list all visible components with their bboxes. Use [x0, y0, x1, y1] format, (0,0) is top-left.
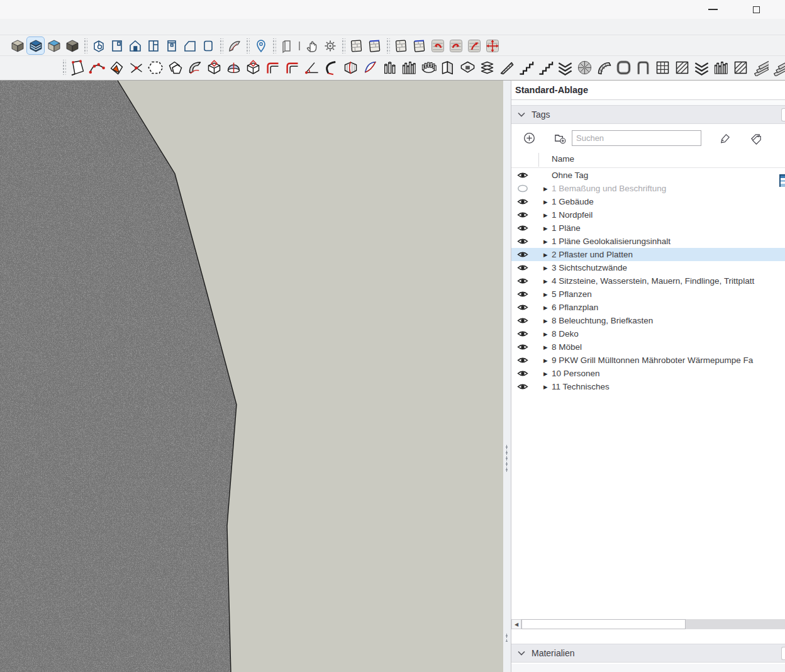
- small-columns-tool[interactable]: [380, 58, 399, 77]
- tag-row[interactable]: ▶9 PKW Grill Mülltonnen Mähroboter Wärme…: [511, 354, 785, 367]
- tag-row[interactable]: Ohne Tag: [511, 169, 785, 182]
- pipe-corner-alt-tool[interactable]: [282, 58, 302, 77]
- tag-row[interactable]: ▶1 Pläne Geolokalisierungsinhalt: [511, 235, 785, 248]
- arc-surface-tool[interactable]: [225, 36, 243, 55]
- visibility-eye-icon[interactable]: [517, 316, 528, 325]
- portal-frame-tool[interactable]: [633, 58, 653, 77]
- expand-arrow-icon[interactable]: ▶: [543, 357, 548, 364]
- box-diamond-tool[interactable]: [204, 58, 224, 77]
- materials-section-detail-button[interactable]: [781, 647, 785, 660]
- tags-section-detail-button[interactable]: [781, 108, 785, 121]
- house-tool[interactable]: [126, 36, 144, 55]
- dashed-polygon-tool[interactable]: [146, 58, 165, 77]
- component-box-tool[interactable]: [89, 36, 108, 55]
- sail-shape-tool[interactable]: [360, 58, 380, 77]
- expand-arrow-icon[interactable]: ▶: [543, 225, 548, 232]
- tag-row[interactable]: ▶8 Deko: [511, 327, 785, 340]
- materials-section-header[interactable]: Materialien: [511, 644, 785, 663]
- expand-arrow-icon[interactable]: ▶: [543, 291, 548, 298]
- visibility-eye-icon[interactable]: [517, 303, 528, 311]
- expand-arrow-icon[interactable]: ▶: [543, 238, 548, 245]
- vertical-slats-tool[interactable]: [711, 58, 731, 77]
- ramp-stairs-tool[interactable]: [497, 58, 516, 77]
- fence-diagonal-tool[interactable]: [750, 58, 770, 77]
- stair-profile-tool[interactable]: [516, 58, 536, 77]
- expand-arrow-icon[interactable]: ▶: [543, 199, 548, 205]
- restore-button[interactable]: [742, 0, 770, 19]
- model-viewport[interactable]: [0, 80, 503, 672]
- visibility-eye-icon[interactable]: [517, 171, 528, 179]
- spiral-stair-tool[interactable]: [575, 58, 594, 77]
- round-frame-tool[interactable]: [614, 58, 633, 77]
- scroll-left-button[interactable]: ◀: [511, 619, 521, 629]
- tag-row[interactable]: ▶8 Möbel: [511, 340, 785, 354]
- expand-arrow-icon[interactable]: ▶: [543, 305, 548, 311]
- expand-arrow-icon[interactable]: ▶: [543, 212, 548, 218]
- texture-sheet-blue-tool[interactable]: [410, 36, 428, 55]
- folded-plane-tool[interactable]: [438, 58, 458, 77]
- expand-arrow-icon[interactable]: ▶: [543, 371, 548, 377]
- face-orient-tool[interactable]: [107, 58, 126, 77]
- tag-row[interactable]: ▶11 Technisches: [511, 380, 785, 393]
- texture-sheet-tool[interactable]: [392, 36, 410, 55]
- minimize-button[interactable]: [699, 0, 727, 19]
- stacked-shelves-tool[interactable]: [477, 58, 497, 77]
- tags-section-header[interactable]: Tags: [511, 105, 785, 124]
- pan-hand-tool[interactable]: [303, 36, 321, 55]
- pipe-corner-tool[interactable]: [263, 58, 282, 77]
- tags-stack-icon[interactable]: [746, 128, 765, 147]
- expand-arrow-icon[interactable]: ▶: [543, 186, 548, 192]
- texture-rotate-right-tool[interactable]: [447, 36, 465, 55]
- columns-ring-tool[interactable]: [419, 58, 438, 77]
- material-brick-edit-tool[interactable]: [365, 36, 384, 55]
- add-tag-icon[interactable]: [520, 128, 538, 147]
- scrollbar-track[interactable]: [686, 619, 785, 629]
- expand-arrow-icon[interactable]: ▶: [543, 331, 548, 337]
- texture-rotate-up-tool[interactable]: [465, 36, 483, 55]
- expand-arrow-icon[interactable]: ▶: [543, 344, 548, 350]
- name-column-header[interactable]: Name: [552, 154, 574, 164]
- visibility-eye-icon[interactable]: [517, 383, 528, 391]
- visibility-eye-icon[interactable]: [517, 250, 528, 259]
- stair-arrow-tool[interactable]: [555, 58, 575, 77]
- tag-row[interactable]: ▶10 Personen: [511, 367, 785, 380]
- angle-lines-tool[interactable]: [302, 58, 321, 77]
- curved-stair-tool[interactable]: [594, 58, 614, 77]
- offset-shapes-tool[interactable]: [165, 58, 185, 77]
- texture-rotate-left-tool[interactable]: [428, 36, 447, 55]
- tag-row[interactable]: ▶1 Pläne: [511, 221, 785, 235]
- stair-profile-alt-tool[interactable]: [536, 58, 555, 77]
- horizontal-scrollbar[interactable]: ◀: [511, 619, 785, 629]
- visibility-eye-icon[interactable]: [517, 198, 528, 206]
- intersect-split-tool[interactable]: [126, 58, 146, 77]
- dome-section-tool[interactable]: [224, 58, 243, 77]
- expand-arrow-icon[interactable]: ▶: [543, 265, 548, 271]
- expand-arrow-icon[interactable]: ▶: [543, 278, 548, 284]
- scrollbar-thumb[interactable]: [521, 619, 686, 629]
- wall-opening-tool[interactable]: [458, 58, 477, 77]
- visibility-eye-icon[interactable]: [517, 277, 528, 285]
- tag-row[interactable]: ▶4 Sitzsteine, Wasserstein, Mauern, Find…: [511, 274, 785, 288]
- view-style-blue-cube[interactable]: [45, 36, 63, 55]
- window-split-tool[interactable]: [144, 36, 162, 55]
- expand-arrow-icon[interactable]: ▶: [543, 318, 548, 324]
- visibility-eye-icon[interactable]: [517, 343, 528, 351]
- swoosh-curve-tool[interactable]: [185, 58, 204, 77]
- expand-arrow-icon[interactable]: ▶: [543, 252, 548, 258]
- tag-row[interactable]: ▶6 Pflanzplan: [511, 301, 785, 314]
- material-brick-tool[interactable]: [347, 36, 365, 55]
- tag-row[interactable]: ▶5 Pflanzen: [511, 288, 785, 301]
- view-style-shaded-cube[interactable]: [8, 36, 26, 55]
- geolocation-pin-tool[interactable]: [252, 36, 270, 55]
- visibility-eye-icon[interactable]: [517, 356, 528, 364]
- panel-splitter[interactable]: [503, 80, 511, 672]
- curve-c-tool[interactable]: [321, 58, 341, 77]
- house-outline-tool[interactable]: [181, 36, 199, 55]
- view-style-section-cube[interactable]: [26, 36, 45, 55]
- columns-cluster-tool[interactable]: [399, 58, 419, 77]
- texture-move-tool[interactable]: [483, 36, 501, 55]
- search-input[interactable]: [572, 130, 701, 146]
- rounded-rect-tool[interactable]: [199, 36, 217, 55]
- visibility-eye-icon[interactable]: [517, 290, 528, 298]
- visibility-eye-icon[interactable]: [517, 330, 528, 338]
